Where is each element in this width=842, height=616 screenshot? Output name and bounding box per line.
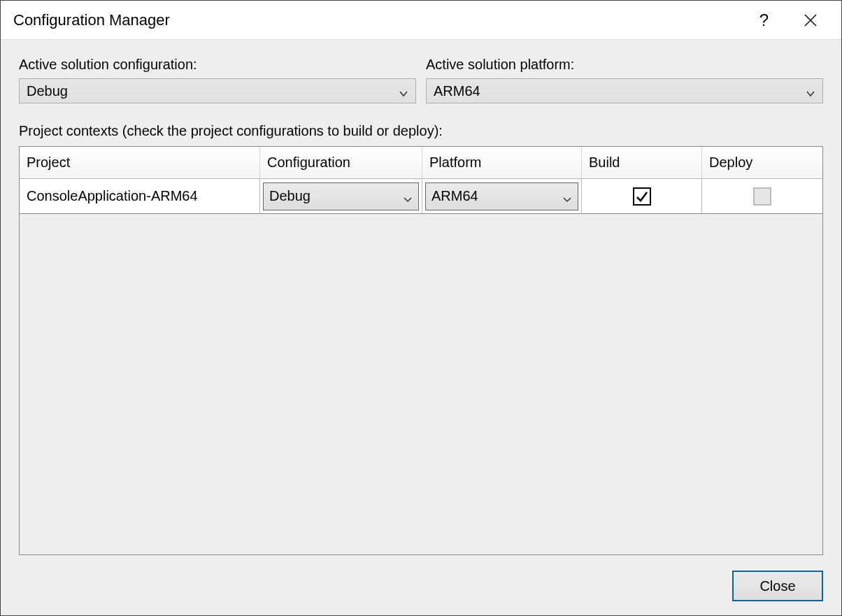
column-header-build[interactable]: Build xyxy=(582,147,702,178)
column-header-project[interactable]: Project xyxy=(20,147,260,178)
chevron-down-icon xyxy=(806,86,815,96)
active-config-col: Active solution configuration: Debug xyxy=(19,57,416,103)
project-contexts-label: Project contexts (check the project conf… xyxy=(19,123,823,139)
build-checkbox[interactable] xyxy=(633,187,651,206)
row-config-combo[interactable]: Debug xyxy=(263,182,419,210)
content-area: Active solution configuration: Debug Act… xyxy=(1,40,841,615)
chevron-down-icon xyxy=(562,192,572,201)
project-name-cell: ConsoleApplication-ARM64 xyxy=(20,179,260,213)
titlebar-controls: ? xyxy=(759,10,833,30)
solution-selectors-row: Active solution configuration: Debug Act… xyxy=(19,57,823,103)
table-row: ConsoleApplication-ARM64 Debug ARM64 xyxy=(20,179,822,214)
row-platform-value: ARM64 xyxy=(431,188,478,204)
column-header-deploy[interactable]: Deploy xyxy=(702,147,822,178)
active-config-value: Debug xyxy=(27,83,68,99)
config-cell: Debug xyxy=(260,179,422,213)
row-config-value: Debug xyxy=(269,188,311,204)
deploy-cell xyxy=(702,179,822,213)
active-platform-label: Active solution platform: xyxy=(426,57,823,73)
active-platform-col: Active solution platform: ARM64 xyxy=(426,57,823,103)
chevron-down-icon xyxy=(403,192,413,201)
build-cell xyxy=(582,179,702,213)
active-platform-value: ARM64 xyxy=(434,83,480,99)
project-contexts-grid: Project Configuration Platform Build Dep… xyxy=(19,146,823,555)
grid-body: ConsoleApplication-ARM64 Debug ARM64 xyxy=(20,179,822,554)
grid-header: Project Configuration Platform Build Dep… xyxy=(20,147,822,179)
platform-cell: ARM64 xyxy=(422,179,582,213)
close-button[interactable]: Close xyxy=(732,571,823,601)
chevron-down-icon xyxy=(399,86,408,96)
column-header-configuration[interactable]: Configuration xyxy=(260,147,422,178)
configuration-manager-window: Configuration Manager ? Active solution … xyxy=(0,0,842,616)
window-title: Configuration Manager xyxy=(13,11,170,29)
close-icon[interactable] xyxy=(804,13,818,27)
column-header-platform[interactable]: Platform xyxy=(422,147,582,178)
help-icon[interactable]: ? xyxy=(759,10,769,30)
active-config-label: Active solution configuration: xyxy=(19,57,416,73)
dialog-footer: Close xyxy=(19,555,823,601)
active-platform-combo[interactable]: ARM64 xyxy=(426,78,823,103)
titlebar: Configuration Manager ? xyxy=(1,1,841,40)
row-platform-combo[interactable]: ARM64 xyxy=(425,182,578,210)
deploy-checkbox xyxy=(753,187,771,206)
active-config-combo[interactable]: Debug xyxy=(19,78,416,103)
